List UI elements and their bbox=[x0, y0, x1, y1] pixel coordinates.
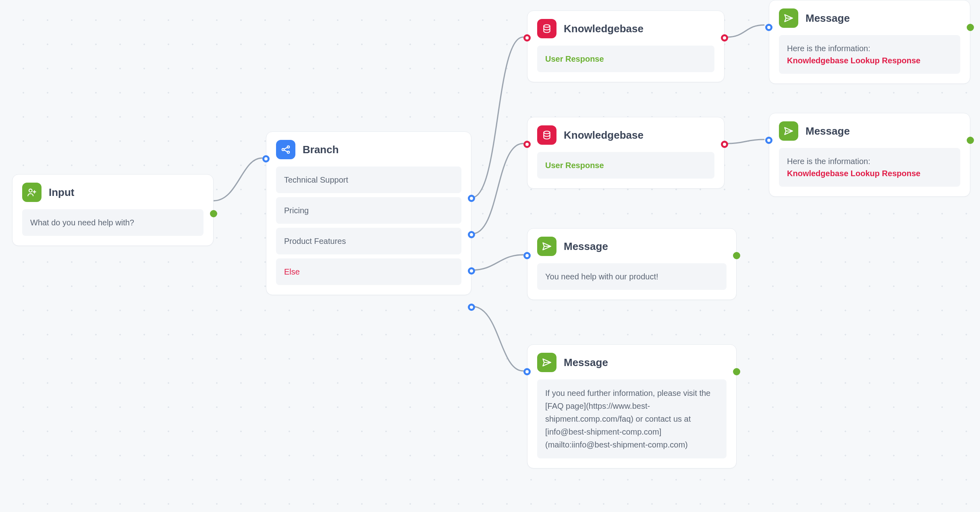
port-out[interactable] bbox=[210, 210, 217, 217]
port-out[interactable] bbox=[733, 252, 740, 259]
node-message-product[interactable]: Message You need help with our product! bbox=[527, 228, 737, 300]
node-knowledgebase-2[interactable]: Knowledgebase User Response bbox=[527, 117, 725, 189]
port-in[interactable] bbox=[523, 252, 531, 259]
port-in[interactable] bbox=[523, 141, 531, 148]
port-in[interactable] bbox=[262, 155, 270, 162]
port-out-3[interactable] bbox=[468, 267, 475, 275]
kb-body: User Response bbox=[537, 46, 714, 72]
branch-option[interactable]: Pricing bbox=[276, 197, 461, 224]
node-title: Message bbox=[564, 356, 608, 369]
node-title: Knowledgebase bbox=[564, 129, 644, 142]
port-out[interactable] bbox=[721, 141, 728, 148]
svg-point-0 bbox=[29, 189, 32, 192]
svg-point-4 bbox=[544, 25, 550, 27]
branch-option-else[interactable]: Else bbox=[276, 258, 461, 285]
port-out-1[interactable] bbox=[468, 195, 475, 202]
node-knowledgebase-1[interactable]: Knowledgebase User Response bbox=[527, 10, 725, 82]
node-title: Knowledgebase bbox=[564, 23, 644, 35]
database-icon bbox=[537, 125, 556, 145]
node-input[interactable]: Input What do you need help with? bbox=[12, 174, 214, 246]
port-in[interactable] bbox=[765, 137, 772, 144]
node-message-else[interactable]: Message If you need further information,… bbox=[527, 344, 737, 468]
port-out[interactable] bbox=[733, 368, 740, 375]
node-title: Message bbox=[806, 12, 850, 25]
kb-body: User Response bbox=[537, 152, 714, 179]
node-title: Branch bbox=[303, 144, 339, 156]
message-body: If you need further information, please … bbox=[537, 379, 727, 458]
message-body: Here is the information: Knowledgebase L… bbox=[779, 35, 960, 74]
message-body: Here is the information: Knowledgebase L… bbox=[779, 148, 960, 187]
branch-option[interactable]: Product Features bbox=[276, 228, 461, 254]
port-in[interactable] bbox=[523, 368, 531, 375]
send-icon bbox=[779, 121, 798, 141]
input-prompt: What do you need help with? bbox=[22, 209, 203, 236]
port-in[interactable] bbox=[523, 34, 531, 42]
message-body: You need help with our product! bbox=[537, 263, 727, 290]
branch-option[interactable]: Technical Support bbox=[276, 167, 461, 193]
port-out[interactable] bbox=[967, 137, 974, 144]
flow-canvas[interactable]: Input What do you need help with? Branch… bbox=[0, 0, 980, 512]
node-title: Input bbox=[49, 186, 75, 199]
node-message-kb1[interactable]: Message Here is the information: Knowled… bbox=[769, 0, 970, 84]
node-branch[interactable]: Branch Technical Support Pricing Product… bbox=[266, 131, 471, 295]
port-out-4[interactable] bbox=[468, 304, 475, 311]
port-out-2[interactable] bbox=[468, 231, 475, 238]
node-title: Message bbox=[564, 240, 608, 253]
send-icon bbox=[779, 8, 798, 28]
svg-point-5 bbox=[544, 131, 550, 134]
node-title: Message bbox=[806, 125, 850, 137]
node-message-kb2[interactable]: Message Here is the information: Knowled… bbox=[769, 113, 970, 197]
send-icon bbox=[537, 237, 556, 256]
port-out[interactable] bbox=[967, 24, 974, 31]
user-plus-icon bbox=[22, 183, 42, 202]
port-out[interactable] bbox=[721, 34, 728, 42]
share-icon bbox=[276, 140, 295, 159]
database-icon bbox=[537, 19, 556, 38]
port-in[interactable] bbox=[765, 24, 772, 31]
send-icon bbox=[537, 353, 556, 372]
